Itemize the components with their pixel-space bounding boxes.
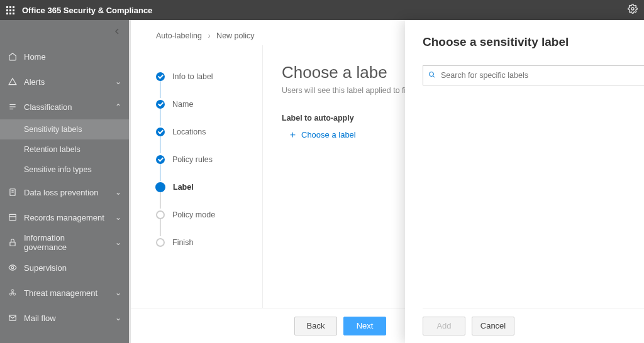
back-button[interactable]: Back <box>294 317 337 335</box>
collapse-sidebar-icon[interactable] <box>114 26 120 36</box>
flyout-title: Choose a sensitivity label <box>423 35 644 49</box>
search-input[interactable] <box>441 71 639 80</box>
svg-point-10 <box>11 266 14 269</box>
svg-point-11 <box>12 292 13 293</box>
breadcrumb-separator: › <box>208 31 210 40</box>
sidebar-item-home[interactable]: Home <box>0 44 129 69</box>
cancel-button[interactable]: Cancel <box>472 317 514 335</box>
add-button[interactable]: Add <box>423 317 465 335</box>
classification-icon <box>8 102 18 112</box>
wizard-stepper: Info to label Name Locations Policy rule… <box>131 45 263 308</box>
step-label[interactable]: Label <box>156 173 250 201</box>
sidebar-item-alerts[interactable]: Alerts ⌄ <box>0 69 129 94</box>
sidebar-item-label: Threat management <box>24 288 109 298</box>
settings-icon[interactable] <box>628 4 638 16</box>
plus-icon: ＋ <box>288 129 297 141</box>
sidebar: Home Alerts ⌄ Classification ⌃ Sensitivi… <box>0 20 129 343</box>
dlp-icon <box>8 187 18 197</box>
sidebar-item-label: Supervision <box>24 263 121 273</box>
choose-label-flyout: Choose a sensitivity label Add Cancel <box>405 20 644 343</box>
svg-point-16 <box>430 72 434 76</box>
sidebar-item-threat[interactable]: Threat management ⌄ <box>0 280 129 305</box>
svg-point-12 <box>11 290 14 292</box>
sidebar-item-label: Information governance <box>24 233 109 252</box>
sidebar-subitem-sensitive-info-types[interactable]: Sensitive info types <box>0 160 129 180</box>
svg-point-13 <box>9 293 12 296</box>
svg-point-14 <box>13 293 16 296</box>
svg-rect-9 <box>10 242 15 246</box>
step-name[interactable]: Name <box>156 90 250 118</box>
home-icon <box>8 52 18 62</box>
chevron-down-icon: ⌄ <box>115 313 121 322</box>
step-info-to-label[interactable]: Info to label <box>156 63 250 90</box>
breadcrumb-current: New policy <box>216 31 254 40</box>
sidebar-item-label: Data loss prevention <box>24 188 109 197</box>
records-icon <box>8 212 18 222</box>
flyout-footer: Add Cancel <box>423 308 644 343</box>
sidebar-item-classification[interactable]: Classification ⌃ <box>0 94 129 119</box>
biohazard-icon <box>8 288 18 298</box>
step-policy-rules[interactable]: Policy rules <box>156 146 250 173</box>
chevron-down-icon: ⌄ <box>115 213 121 222</box>
sidebar-subitem-sensitivity-labels[interactable]: Sensitivity labels <box>0 119 129 139</box>
chevron-down-icon: ⌄ <box>115 188 121 197</box>
step-locations[interactable]: Locations <box>156 118 250 146</box>
chevron-up-icon: ⌃ <box>115 102 121 111</box>
breadcrumb-root[interactable]: Auto-labeling <box>156 31 202 40</box>
sidebar-item-mailflow[interactable]: Mail flow ⌄ <box>0 305 129 330</box>
sidebar-item-label: Classification <box>24 102 109 112</box>
sidebar-subitems-classification: Sensitivity labels Retention labels Sens… <box>0 119 129 180</box>
app-title: Office 365 Security & Compliance <box>22 6 152 15</box>
search-icon <box>428 71 436 80</box>
app-launcher-icon[interactable] <box>6 6 14 14</box>
search-box[interactable] <box>423 65 644 85</box>
sidebar-item-info-governance[interactable]: Information governance ⌄ <box>0 230 129 255</box>
mail-icon <box>8 313 18 323</box>
app-header: Office 365 Security & Compliance <box>0 0 644 20</box>
step-finish: Finish <box>156 229 250 256</box>
next-button[interactable]: Next <box>343 317 386 335</box>
chevron-down-icon: ⌄ <box>115 238 121 247</box>
sidebar-item-dlp[interactable]: Data loss prevention ⌄ <box>0 180 129 205</box>
sidebar-item-label: Home <box>24 52 121 62</box>
chevron-down-icon: ⌄ <box>115 77 121 86</box>
sidebar-subitem-retention-labels[interactable]: Retention labels <box>0 139 129 160</box>
svg-point-0 <box>631 8 634 10</box>
svg-line-17 <box>433 75 435 77</box>
sidebar-item-records[interactable]: Records management ⌄ <box>0 205 129 230</box>
sidebar-item-label: Mail flow <box>24 313 109 323</box>
eye-icon <box>8 263 18 273</box>
sidebar-item-supervision[interactable]: Supervision <box>0 255 129 280</box>
lock-icon <box>8 237 18 248</box>
step-policy-mode: Policy mode <box>156 201 250 229</box>
alert-icon <box>8 77 18 87</box>
svg-rect-7 <box>9 214 16 220</box>
sidebar-item-label: Records management <box>24 213 109 222</box>
chevron-down-icon: ⌄ <box>115 288 121 297</box>
sidebar-item-label: Alerts <box>24 77 109 87</box>
